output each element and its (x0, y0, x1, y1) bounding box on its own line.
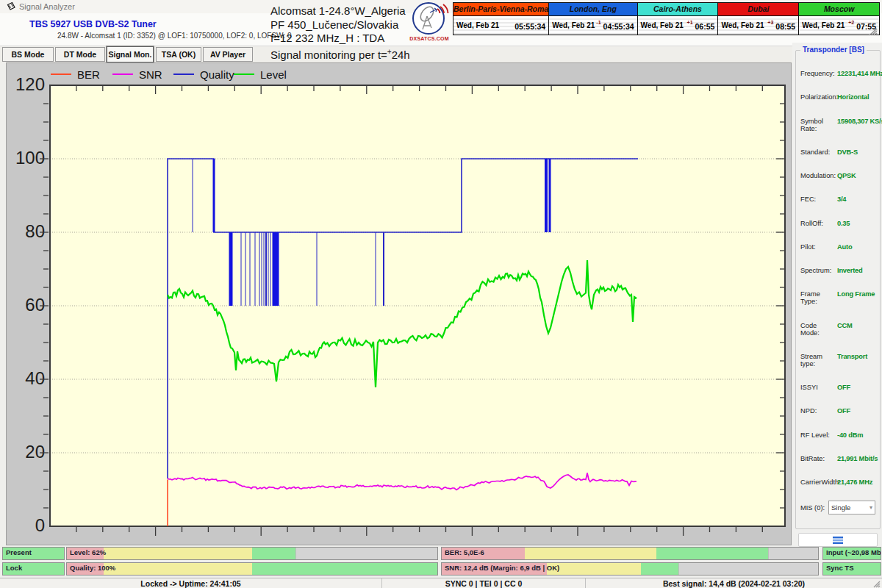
clock-time-row: Wed, Feb 21-104:55:34 (549, 16, 637, 35)
transponder-row-label: Stream type: (800, 353, 837, 368)
satellite-dish-icon (409, 1, 450, 37)
legend-ber: BER (51, 68, 100, 81)
clock-berlin-paris-vienna-roma: Berlin-Paris-Vienna-RomaWed, Feb 2105:55… (453, 2, 549, 35)
quality-bar: Quality: 100% (66, 562, 438, 576)
clock-utc-offset: +3 (767, 20, 773, 25)
site-title: PF 450_Lučenec/Slovakia (270, 18, 432, 32)
clock-date: Wed, Feb 21 (802, 21, 845, 29)
transponder-row-value: 0.35 (837, 220, 850, 227)
tab-dt-mode[interactable]: DT Mode (55, 47, 105, 62)
clock-date: Wed, Feb 21 (552, 21, 595, 29)
clock-date: Wed, Feb 21 (456, 21, 499, 29)
dxsatcs-logo: DXSATCS.COM (409, 1, 450, 44)
level-line-swatch (234, 74, 254, 75)
y-axis-label: 120 (10, 74, 45, 95)
present-indicator: Present (2, 547, 65, 560)
transponder-groupbox: Transponder [BS] Frequency:12231,414 MHz… (795, 50, 881, 529)
transponder-row-value: 15908,307 KS/s (837, 118, 882, 125)
status-best-signal: Best signal: 14,4 dB (2024-02-21 03:20) (586, 578, 882, 588)
transponder-row-label: FEC: (800, 196, 837, 203)
bar-label: Lock (6, 564, 22, 572)
clock-time: 04:55:34 (603, 22, 634, 31)
transponder-row-value: Inverted (837, 267, 863, 274)
transponder-row: Frequency:12231,414 MHz (800, 70, 875, 77)
resize-grip[interactable] (872, 580, 881, 588)
legend-quality: Quality (173, 68, 234, 81)
tuner-details: 24.8W - Alcomsat 1 (ID: 3352) @ LOF1: 10… (57, 32, 291, 40)
transponder-panel: Transponder [BS] Frequency:12231,414 MHz… (792, 43, 882, 550)
signal-plot-svg (50, 85, 785, 526)
logo-text: DXSATCS.COM (409, 36, 450, 41)
transponder-row-label: Spectrum: (800, 267, 837, 274)
transponder-row-label: Standard: (800, 148, 837, 156)
window-title: Signal Analyzer (19, 2, 75, 11)
transponder-row-value: OFF (837, 407, 850, 415)
tab-av-player[interactable]: AV Player (203, 47, 253, 62)
bar-label: Input (~20,98 Mbps) (826, 548, 881, 556)
transponder-row-value: 3/4 (837, 196, 846, 203)
transponder-row-value: 21,991 Mbit/s (837, 455, 878, 462)
tab-tsa[interactable]: TSA (OK) (156, 47, 201, 62)
clock-city-label: Dubai (718, 3, 798, 16)
mis-row: MIS (0): Single ▾ (800, 501, 875, 514)
ber-bar: BER: 5,0E-6 (441, 547, 819, 560)
transponder-row-label: Code Mode: (800, 322, 837, 337)
clock-time: 08:55 (775, 22, 795, 31)
transponder-row: Symbol Rate:15908,307 KS/s (800, 118, 875, 132)
y-axis-label: 60 (10, 295, 45, 315)
clock-city-label: Moscow (799, 3, 879, 16)
mini-satellite-icon (867, 26, 879, 36)
transponder-row: Code Mode:CCM (800, 322, 875, 337)
clock-london-eng: London, EngWed, Feb 21-104:55:34 (548, 2, 637, 35)
transponder-row-label: Polarization: (800, 93, 837, 101)
status-sync-counters: SYNC 0 | TEI 0 | CC 0 (382, 578, 586, 588)
clock-cairo-athens: Cairo-AthensWed, Feb 21+106:55 (637, 2, 719, 35)
transponder-row-label: CarrierWidth: (800, 478, 837, 486)
transponder-row-label: Frequency: (800, 70, 837, 77)
signal-analyzer-window: Signal Analyzer TBS 5927 USB DVB-S2 Tune… (0, 0, 882, 588)
transponder-row-label: BitRate: (800, 455, 837, 462)
chart-subtitle: Signal monitoring per t=+24h (270, 48, 410, 61)
bar-label: Quality: 100% (70, 564, 115, 572)
mis-dropdown[interactable]: Single ▾ (828, 501, 875, 514)
tab-bs-mode[interactable]: BS Mode (2, 47, 54, 62)
quality-line-swatch (173, 74, 194, 75)
transponder-row: RollOff:0.35 (800, 220, 875, 227)
transponder-row-value: QPSK (837, 172, 856, 179)
world-clocks: Berlin-Paris-Vienna-RomaWed, Feb 2105:55… (453, 2, 880, 35)
bar-track (67, 563, 437, 575)
snr-bar: SNR: 12,4 dB (Margin: 6,9 dB | OK) (441, 562, 819, 576)
transponder-row-value: OFF (837, 384, 850, 391)
bar-label: Level: 62% (70, 548, 106, 556)
clock-time-row: Wed, Feb 2105:55:34 (453, 16, 548, 35)
tab-signal-mon[interactable]: Signal Mon. (107, 46, 154, 62)
transponder-row: Standard:DVB-S (800, 148, 875, 156)
chevron-down-icon: ▾ (870, 504, 872, 511)
transponder-row: CarrierWidth:21,476 MHz (800, 478, 875, 486)
transponder-row: RF Level:-40 dBm (800, 431, 875, 439)
signal-plot (50, 85, 785, 526)
transponder-row: Pilot:Auto (800, 243, 875, 251)
clock-utc-offset: -1 (596, 20, 600, 25)
y-axis-label: 40 (10, 368, 45, 389)
clock-date: Wed, Feb 21 (721, 21, 764, 29)
transponder-row: FEC:3/4 (800, 196, 875, 203)
transponder-row-value: Horizontal (837, 93, 869, 101)
frequency-title: f=12 232 MHz_H : TDA (270, 32, 432, 46)
clock-city-label: London, Eng (549, 3, 637, 16)
mis-label: MIS (0): (800, 504, 825, 512)
clock-dubai: DubaiWed, Feb 21+308:55 (717, 2, 799, 35)
bar-remainder (295, 548, 437, 559)
transponder-row: Frame Type:Long Frame (800, 290, 875, 305)
bar-track (442, 548, 818, 559)
transponder-row: ISSYIOFF (800, 384, 875, 391)
transponder-row-label: RollOff: (800, 220, 837, 227)
transponder-title: Transponder [BS] (800, 46, 867, 54)
panel-button[interactable] (798, 533, 878, 547)
clock-time-group: -104:55:34 (595, 19, 634, 32)
list-icon (832, 536, 844, 545)
transponder-row: BitRate:21,991 Mbit/s (800, 455, 875, 462)
transponder-row-value: -40 dBm (837, 431, 863, 439)
input-indicator: Input (~20,98 Mbps) (822, 547, 881, 560)
clock-time-group: 05:55:34 (511, 19, 545, 32)
